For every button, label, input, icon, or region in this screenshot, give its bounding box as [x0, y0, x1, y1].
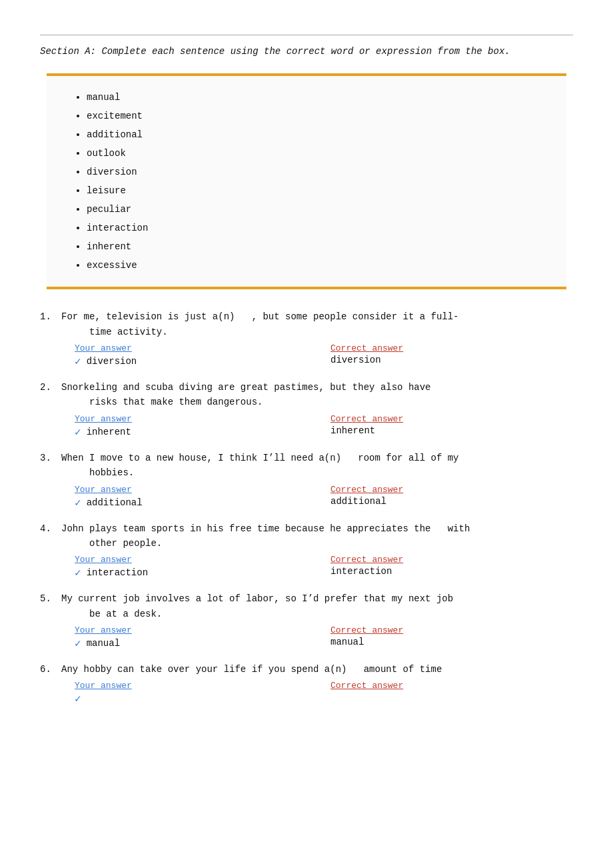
- question-block: 3.When I move to a new house, I think I’…: [40, 451, 573, 509]
- check-icon: ✓: [75, 355, 81, 368]
- correct-answer-value: diversion: [330, 355, 381, 365]
- correct-answer-label: Correct answer: [330, 681, 403, 691]
- correct-answer-col: Correct answeradditional: [317, 485, 573, 509]
- word-item: diversion: [87, 163, 553, 181]
- question-body: Any hobby can take over your life if you…: [61, 662, 573, 677]
- correct-answer-col: Correct answermanual: [317, 625, 573, 650]
- your-answer-value: diversion: [87, 356, 137, 367]
- answer-row: Your answer✓diversionCorrect answerdiver…: [40, 343, 573, 368]
- question-number: 1.: [40, 309, 56, 339]
- question-block: 1.For me, television is just a(n) , but …: [40, 309, 573, 368]
- your-answer-label: Your answer: [75, 625, 132, 635]
- correct-answer-value: additional: [330, 496, 386, 507]
- your-answer-value: additional: [87, 497, 143, 508]
- question-block: 4.John plays team sports in his free tim…: [40, 521, 573, 580]
- question-body: When I move to a new house, I think I’ll…: [61, 451, 573, 481]
- correct-answer-col: Correct answer: [317, 681, 573, 705]
- your-answer-value: manual: [87, 638, 120, 649]
- your-answer-label: Your answer: [75, 414, 132, 424]
- correct-answer-value: inherent: [330, 425, 375, 436]
- word-item: excitement: [87, 107, 553, 125]
- your-answer-value: inherent: [87, 427, 131, 437]
- word-item: additional: [87, 125, 553, 144]
- word-item: outlook: [87, 144, 553, 163]
- question-block: 2.Snorkeling and scuba diving are great …: [40, 380, 573, 439]
- your-answer-label: Your answer: [75, 681, 132, 691]
- answer-row: Your answer✓Correct answer: [40, 681, 573, 705]
- question-block: 5.My current job involves a lot of labor…: [40, 591, 573, 650]
- word-list: manualexcitementadditionaloutlookdiversi…: [60, 88, 553, 275]
- word-item: interaction: [87, 219, 553, 237]
- question-body: For me, television is just a(n) , but so…: [61, 309, 573, 339]
- correct-answer-value: interaction: [330, 566, 392, 577]
- your-answer-label: Your answer: [75, 485, 132, 495]
- question-number: 3.: [40, 451, 56, 481]
- answer-row: Your answer✓inherentCorrect answerinhere…: [40, 414, 573, 439]
- answer-row: Your answer✓additionalCorrect answeraddi…: [40, 485, 573, 509]
- word-item: leisure: [87, 181, 553, 200]
- correct-answer-label: Correct answer: [330, 485, 403, 495]
- question-body: My current job involves a lot of labor, …: [61, 591, 573, 621]
- correct-answer-label: Correct answer: [330, 555, 403, 565]
- word-item: excessive: [87, 256, 553, 275]
- your-answer-col: Your answer✓diversion: [61, 343, 317, 368]
- section-description: Section A: Complete each sentence using …: [40, 43, 573, 60]
- divider-top: [40, 35, 573, 35]
- question-number: 2.: [40, 380, 56, 410]
- check-icon: ✓: [75, 566, 81, 579]
- correct-answer-label: Correct answer: [330, 414, 403, 424]
- your-answer-value: interaction: [87, 567, 148, 578]
- check-icon: ✓: [75, 692, 81, 705]
- correct-answer-col: Correct answerinteraction: [317, 555, 573, 579]
- question-number: 4.: [40, 521, 56, 551]
- your-answer-col: Your answer✓inherent: [61, 414, 317, 439]
- questions-area: 1.For me, television is just a(n) , but …: [40, 309, 573, 705]
- question-number: 5.: [40, 591, 56, 621]
- question-number: 6.: [40, 662, 56, 677]
- answer-row: Your answer✓manualCorrect answermanual: [40, 625, 573, 650]
- check-icon: ✓: [75, 425, 81, 439]
- correct-answer-col: Correct answerinherent: [317, 414, 573, 439]
- word-item: manual: [87, 88, 553, 107]
- check-icon: ✓: [75, 637, 81, 650]
- correct-answer-value: manual: [330, 637, 364, 647]
- word-item: inherent: [87, 237, 553, 256]
- answer-row: Your answer✓interactionCorrect answerint…: [40, 555, 573, 579]
- question-body: John plays team sports in his free time …: [61, 521, 573, 551]
- your-answer-col: Your answer✓additional: [61, 485, 317, 509]
- your-answer-col: Your answer✓interaction: [61, 555, 317, 579]
- your-answer-label: Your answer: [75, 555, 132, 565]
- question-block: 6.Any hobby can take over your life if y…: [40, 662, 573, 705]
- your-answer-label: Your answer: [75, 343, 132, 353]
- correct-answer-col: Correct answerdiversion: [317, 343, 573, 368]
- correct-answer-label: Correct answer: [330, 625, 403, 635]
- word-item: peculiar: [87, 200, 553, 219]
- question-body: Snorkeling and scuba diving are great pa…: [61, 380, 573, 410]
- word-box: manualexcitementadditionaloutlookdiversi…: [47, 73, 566, 289]
- your-answer-col: Your answer✓: [61, 681, 317, 705]
- check-icon: ✓: [75, 496, 81, 509]
- correct-answer-label: Correct answer: [330, 343, 403, 353]
- your-answer-col: Your answer✓manual: [61, 625, 317, 650]
